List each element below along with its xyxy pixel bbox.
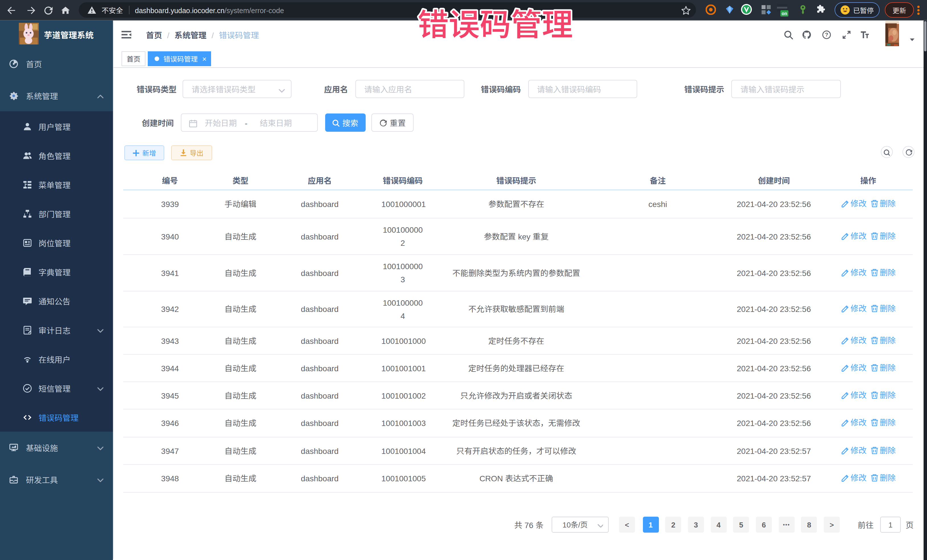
svg-text:?: ? xyxy=(825,30,828,38)
svg-text:on: on xyxy=(781,10,787,17)
